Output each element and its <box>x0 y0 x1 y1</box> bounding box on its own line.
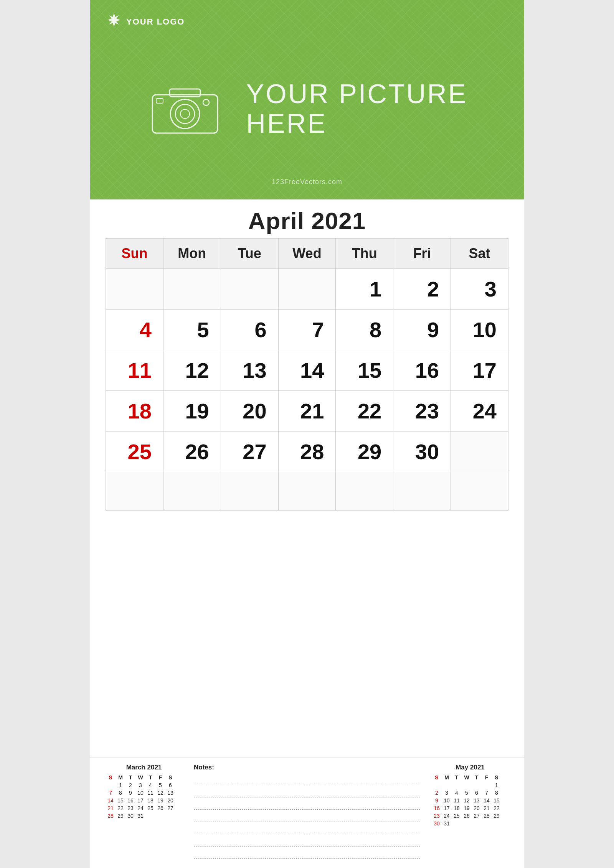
note-line <box>194 787 420 797</box>
calendar-cell: 21 <box>278 391 336 432</box>
mini-cal-cell: 24 <box>135 804 145 812</box>
calendar-cell: 2 <box>393 269 451 310</box>
mini-cal-cell: 18 <box>452 804 462 812</box>
calendar-cell: 5 <box>163 310 221 350</box>
mini-cal-cell <box>482 820 492 827</box>
mini-cal-cell: 27 <box>472 812 482 820</box>
calendar-cell: 6 <box>221 310 278 350</box>
mini-cal-cell <box>432 781 442 789</box>
header-mon: Mon <box>163 239 221 269</box>
mini-cal-cell: 10 <box>135 789 145 797</box>
mini-cal-cell: 26 <box>155 804 165 812</box>
mini-cal-cell: 29 <box>492 812 502 820</box>
calendar-cell: 15 <box>336 350 393 391</box>
mini-cal-cell: 11 <box>145 789 155 797</box>
calendar-week-row: 11121314151617 <box>106 350 508 391</box>
mini-cal-cell: 12 <box>462 797 472 804</box>
mini-cal-cell: 1 <box>492 781 502 789</box>
note-line <box>194 836 420 847</box>
mini-cal-cell: 18 <box>145 797 155 804</box>
calendar-cell: 3 <box>451 269 508 310</box>
calendar-cell: 23 <box>393 391 451 432</box>
mini-cal-cell: 16 <box>432 804 442 812</box>
calendar-week-row <box>106 472 508 511</box>
calendar-cell: 26 <box>163 432 221 472</box>
mini-cal-cell <box>462 820 472 827</box>
calendar-cell: 8 <box>336 310 393 350</box>
mini-cal-cell: 14 <box>482 797 492 804</box>
header-thu: Thu <box>336 239 393 269</box>
mini-cal-cell <box>442 781 452 789</box>
mini-cal-cell <box>492 820 502 827</box>
calendar-cell: 30 <box>393 432 451 472</box>
calendar-cell: 17 <box>451 350 508 391</box>
calendar-week-row: 252627282930 <box>106 432 508 472</box>
mini-cal-cell: 28 <box>106 812 116 820</box>
mini-cal-next-table: SMTWTFS 12345678910111213141516171819202… <box>432 774 502 827</box>
header-fri: Fri <box>393 239 451 269</box>
svg-point-3 <box>175 104 195 124</box>
calendar-cell: 1 <box>336 269 393 310</box>
mini-cal-cell: 7 <box>482 789 492 797</box>
mini-cal-cell: 1 <box>116 781 125 789</box>
mini-cal-cell: 26 <box>462 812 472 820</box>
mini-cal-cell: 20 <box>165 797 175 804</box>
calendar-cell: 22 <box>336 391 393 432</box>
header-section: YOUR LOGO <box>90 0 524 199</box>
calendar-cell: 25 <box>106 432 163 472</box>
calendar-cell: 9 <box>393 310 451 350</box>
calendar-week-row: 45678910 <box>106 310 508 350</box>
mini-cal-cell: 21 <box>106 804 116 812</box>
calendar-cell <box>163 472 221 511</box>
mini-cal-cell: 2 <box>432 789 442 797</box>
mini-cal-cell: 15 <box>116 797 125 804</box>
notes-area: Notes: <box>182 764 432 860</box>
mini-cal-cell: 31 <box>135 812 145 820</box>
mini-cal-cell <box>145 812 155 820</box>
calendar-cell: 13 <box>221 350 278 391</box>
calendar-cell: 28 <box>278 432 336 472</box>
mini-cal-cell: 28 <box>482 812 492 820</box>
mini-cal-cell: 16 <box>125 797 135 804</box>
mini-cal-cell: 14 <box>106 797 116 804</box>
header-tue: Tue <box>221 239 278 269</box>
mini-cal-cell: 23 <box>432 812 442 820</box>
mini-cal-cell: 4 <box>145 781 155 789</box>
mini-cal-cell: 3 <box>442 789 452 797</box>
mini-cal-cell: 11 <box>452 797 462 804</box>
calendar-cell <box>451 472 508 511</box>
calendar-cell: 19 <box>163 391 221 432</box>
picture-area: YOUR PICTURE HERE <box>106 43 508 174</box>
calendar-cell: 27 <box>221 432 278 472</box>
mini-cal-cell: 5 <box>155 781 165 789</box>
mini-cal-cell: 8 <box>492 789 502 797</box>
mini-cal-cell: 13 <box>165 789 175 797</box>
mini-cal-cell: 30 <box>432 820 442 827</box>
mini-cal-cell <box>155 812 165 820</box>
calendar-cell: 11 <box>106 350 163 391</box>
calendar-cell: 29 <box>336 432 393 472</box>
mini-cal-cell: 12 <box>155 789 165 797</box>
footer-area: March 2021 SMTWTFS 123456789101112131415… <box>90 758 524 868</box>
mini-cal-cell: 22 <box>492 804 502 812</box>
mini-cal-cell: 27 <box>165 804 175 812</box>
header-sat: Sat <box>451 239 508 269</box>
note-line <box>194 811 420 822</box>
mini-cal-cell <box>165 812 175 820</box>
calendar-cell: 24 <box>451 391 508 432</box>
svg-rect-6 <box>156 99 163 103</box>
calendar-cell <box>336 472 393 511</box>
month-title: April 2021 <box>106 207 508 234</box>
header-wed: Wed <box>278 239 336 269</box>
mini-cal-cell: 7 <box>106 789 116 797</box>
mini-cal-cell: 30 <box>125 812 135 820</box>
mini-cal-prev-title: March 2021 <box>106 764 182 771</box>
mini-cal-cell: 21 <box>482 804 492 812</box>
mini-cal-cell: 19 <box>155 797 165 804</box>
mini-cal-cell: 17 <box>442 804 452 812</box>
svg-point-5 <box>203 99 209 105</box>
mini-cal-cell: 25 <box>145 804 155 812</box>
calendar-cell <box>106 269 163 310</box>
svg-rect-0 <box>152 95 218 133</box>
calendar-cell: 16 <box>393 350 451 391</box>
